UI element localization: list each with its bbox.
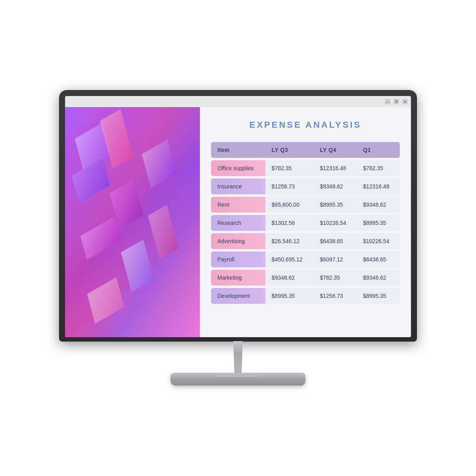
cell-item: Marketing (211, 270, 265, 286)
table-row: Marketing $9348.62 $782.35 $9348.62 (211, 270, 400, 286)
monitor-wrapper: — ⧉ ✕ Exp (60, 90, 416, 386)
monitor-bezel: — ⧉ ✕ Exp (60, 90, 416, 341)
decorative-block-2 (100, 109, 133, 169)
monitor-base (171, 373, 305, 386)
expense-table: Item LY Q3 LY Q4 Q1 Office supplies $782… (211, 140, 400, 306)
cell-item: Payroll (211, 251, 265, 267)
decorative-block-3 (72, 158, 110, 203)
cell-item: Advertising (211, 233, 265, 249)
decorative-block-7 (87, 277, 125, 324)
title-bar: — ⧉ ✕ (65, 96, 411, 107)
decorative-block-8 (142, 139, 177, 188)
dell-logo: DELL (400, 332, 411, 336)
cell-item: Office supplies (211, 160, 265, 176)
cell-lyq3: $1302.56 (265, 215, 314, 231)
cell-lyq4: $6097.12 (314, 251, 357, 267)
cell-q1: $8995.35 (357, 215, 400, 231)
minimize-button[interactable]: — (385, 99, 390, 104)
cell-q1: $782.35 (357, 160, 400, 176)
screen-left-decoration (65, 107, 200, 337)
report-title: Expense Analysis (211, 120, 400, 130)
cell-lyq3: $450,695.12 (265, 251, 314, 267)
cell-lyq3: $1256.73 (265, 178, 314, 194)
cell-lyq4: $9348.62 (314, 178, 357, 194)
decorative-block-9 (148, 205, 178, 259)
cell-lyq3: $65,600.00 (265, 197, 314, 213)
cell-lyq4: $8995.35 (314, 197, 357, 213)
cell-lyq4: $6438.65 (314, 233, 357, 249)
cell-q1: $9348.62 (357, 197, 400, 213)
monitor-neck (226, 341, 250, 373)
cell-item: Rent (211, 197, 265, 213)
cell-lyq3: $8995.35 (265, 288, 314, 304)
table-row: Research $1302.56 $10226.54 $8995.35 (211, 215, 400, 231)
header-lyq3: LY Q3 (265, 142, 314, 158)
blocks-container (65, 107, 200, 337)
header-q1: Q1 (357, 142, 400, 158)
cell-lyq4: $12316.48 (314, 160, 357, 176)
table-row: Insurance $1256.73 $9348.62 $12316.48 (211, 178, 400, 194)
cell-q1: $10226.54 (357, 233, 400, 249)
cell-lyq3: $9348.62 (265, 270, 314, 286)
restore-button[interactable]: ⧉ (393, 99, 399, 104)
decorative-block-6 (121, 240, 154, 292)
cell-item: Insurance (211, 178, 265, 194)
cell-item: Development (211, 288, 265, 304)
cell-lyq3: $26.546.12 (265, 233, 314, 249)
table-row: Payroll $450,695.12 $6097.12 $6438.65 (211, 251, 400, 267)
table-row: Advertising $26.546.12 $6438.65 $10226.5… (211, 233, 400, 249)
cell-q1: $9348.62 (357, 270, 400, 286)
screen: Expense Analysis Item LY Q3 LY Q4 Q1 Off… (65, 107, 411, 337)
cell-lyq3: $782.35 (265, 160, 314, 176)
screen-right-content: Expense Analysis Item LY Q3 LY Q4 Q1 Off… (200, 107, 411, 337)
cell-lyq4: $10226.54 (314, 215, 357, 231)
table-row: Office supplies $782.35 $12316.48 $782.3… (211, 160, 400, 176)
table-row: Development $8995.35 $1256.73 $8995.35 (211, 288, 400, 304)
header-lyq4: LY Q4 (314, 142, 357, 158)
cell-q1: $6438.65 (357, 251, 400, 267)
table-header-row: Item LY Q3 LY Q4 Q1 (211, 142, 400, 158)
table-row: Rent $65,600.00 $8995.35 $9348.62 (211, 197, 400, 213)
decorative-block-5 (81, 216, 121, 260)
cell-lyq4: $782.35 (314, 270, 357, 286)
cell-q1: $12316.48 (357, 178, 400, 194)
close-button[interactable]: ✕ (402, 99, 408, 104)
cell-lyq4: $1256.73 (314, 288, 357, 304)
cell-q1: $8995.35 (357, 288, 400, 304)
header-item: Item (211, 142, 265, 158)
cell-item: Research (211, 215, 265, 231)
